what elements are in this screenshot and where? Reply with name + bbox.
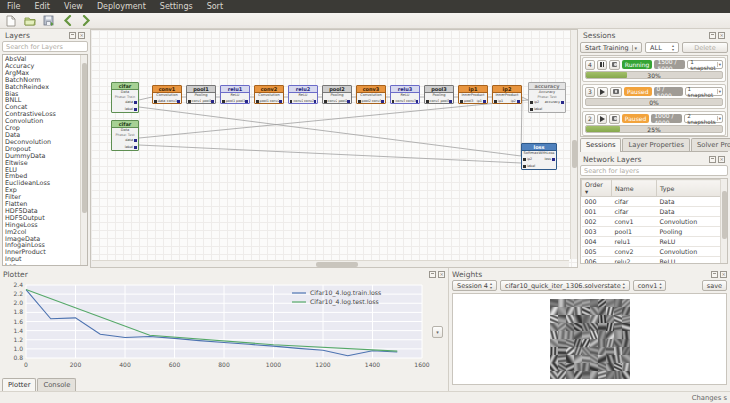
weights-save-button[interactable]: save (702, 280, 727, 291)
output-port[interactable] (314, 100, 316, 103)
session-id-button[interactable]: 4 (585, 60, 595, 70)
output-port[interactable] (279, 100, 282, 103)
tab-plotter[interactable]: Plotter (2, 378, 36, 392)
session-id-button[interactable]: 2 (585, 114, 595, 124)
session-snapshot-button[interactable] (609, 60, 620, 70)
open-project-button[interactable] (22, 14, 37, 27)
float-panel-icon[interactable] (69, 32, 76, 39)
tab-layer-properties[interactable]: Layer Properties (622, 138, 689, 151)
float-panel-icon[interactable] (709, 32, 716, 39)
output-port[interactable] (347, 100, 350, 103)
navigate-forward-button[interactable] (79, 14, 94, 27)
output-port[interactable] (134, 146, 137, 149)
session-snapshot-select[interactable]: 1 snapshot▾ (687, 60, 723, 69)
table-row[interactable]: 002conv1Convolution (582, 217, 727, 227)
menu-item-settings[interactable]: Settings (153, 1, 200, 12)
table-row[interactable]: 003pool1Pooling (582, 227, 727, 237)
weights-session-select[interactable]: Session 4 ▴▾ (452, 280, 497, 291)
network-layers-table[interactable]: Order ▾NameType000cifarData001cifarData0… (581, 179, 727, 264)
layer-list-item[interactable]: Eltwise (5, 160, 87, 167)
table-row[interactable]: 000cifarData (582, 197, 727, 207)
weights-snapshot-select[interactable]: cifar10_quick_iter_1306.solverstate ▴▾ (500, 280, 630, 291)
output-port[interactable] (134, 108, 137, 111)
output-port[interactable] (552, 158, 555, 161)
weights-layer-select[interactable]: conv1 ▴▾ (633, 280, 667, 291)
layer-list-item[interactable]: EuclideanLoss (5, 180, 87, 187)
float-panel-icon[interactable] (711, 271, 718, 278)
menu-item-edit[interactable]: Edit (27, 1, 57, 12)
column-header-name[interactable]: Name (612, 180, 657, 197)
graph-node-pool2[interactable]: pool2Poolingconv2pool2 (322, 85, 352, 104)
output-port[interactable] (381, 100, 384, 103)
session-play-button[interactable] (597, 87, 608, 97)
output-port[interactable] (561, 101, 564, 104)
canvas-vertical-scrollbar[interactable] (570, 30, 577, 259)
close-panel-icon[interactable]: × (438, 271, 445, 278)
float-panel-icon[interactable] (709, 156, 716, 163)
graph-node-relu2[interactable]: relu2ReLUconv2conv2 (288, 85, 318, 104)
graph-node-relu1[interactable]: relu1ReLUpool1pool1 (220, 85, 250, 104)
session-snapshot-select[interactable]: 1 snapshot▾ (685, 87, 723, 96)
graph-node-conv3[interactable]: conv3Convolutionpool2conv3 (356, 85, 386, 104)
table-row[interactable]: 001cifarData (582, 207, 727, 217)
session-snapshot-select[interactable]: 2 snapshots▾ (684, 114, 723, 123)
layers-list-scrollbar[interactable] (80, 55, 87, 265)
start-training-dropdown-arrow[interactable]: ▾ (632, 45, 638, 51)
output-port[interactable] (245, 100, 248, 103)
layer-list-item[interactable]: Input (5, 256, 87, 263)
close-panel-icon[interactable]: × (720, 271, 727, 278)
graph-node-ip1[interactable]: ip1InnerProductpool3ip1 (458, 85, 488, 104)
new-document-button[interactable] (3, 14, 18, 27)
graph-node-cifar[interactable]: cifarDataPhase: Testdatalabel (111, 120, 139, 151)
table-row[interactable]: 005conv2Convolution (582, 247, 727, 257)
network-layers-search-input[interactable] (580, 165, 728, 176)
canvas-horizontal-scrollbar[interactable] (92, 260, 569, 267)
output-port[interactable] (483, 100, 486, 103)
output-port[interactable] (134, 101, 137, 104)
menu-item-file[interactable]: File (0, 1, 27, 12)
menu-item-deployment[interactable]: Deployment (90, 1, 153, 12)
graph-node-conv1[interactable]: conv1Convolutiondataconv1 (152, 85, 182, 104)
session-play-button[interactable] (597, 114, 607, 124)
graph-node-relu3[interactable]: relu3ReLUconv3conv3 (390, 85, 420, 104)
session-filter-select[interactable]: ALL ▴▾ (645, 42, 679, 53)
network-graph-canvas[interactable]: cifarDataPhase: TraindatalabelcifarDataP… (90, 29, 578, 268)
session-snapshot-button[interactable] (610, 87, 622, 97)
column-header-order[interactable]: Order ▾ (582, 180, 612, 197)
menu-item-view[interactable]: View (57, 1, 90, 12)
session-pause-button[interactable] (597, 60, 607, 70)
graph-node-ip2[interactable]: ip2InnerProductip1ip2 (492, 85, 522, 104)
session-snapshot-button[interactable] (609, 114, 620, 124)
menu-item-sort[interactable]: Sort (200, 1, 230, 12)
close-panel-icon[interactable]: × (718, 156, 725, 163)
start-training-button[interactable]: Start Training ▾ (580, 42, 642, 53)
column-header-type[interactable]: Type (657, 180, 727, 197)
float-panel-icon[interactable] (429, 271, 436, 278)
graph-node-conv2[interactable]: conv2Convolutionpool1conv2 (254, 85, 284, 104)
output-port[interactable] (449, 100, 452, 103)
table-row[interactable]: 004relu1ReLU (582, 237, 727, 247)
plot-series-dropdown[interactable]: ▾ (432, 326, 443, 338)
layer-list-item[interactable]: Log (5, 263, 87, 266)
tab-sessions[interactable]: Sessions (580, 138, 621, 152)
graph-node-pool1[interactable]: pool1Poolingconv1pool1 (186, 85, 216, 104)
graph-node-pool3[interactable]: pool3Poolingconv3pool3 (424, 85, 454, 104)
table-row[interactable]: 006relu2ReLU (582, 257, 727, 265)
output-port[interactable] (517, 100, 520, 103)
table-scrollbar[interactable] (720, 179, 727, 263)
tab-solver-properties[interactable]: Solver Properties (691, 138, 730, 151)
output-port[interactable] (177, 100, 180, 103)
close-panel-icon[interactable]: × (78, 32, 85, 39)
output-port[interactable] (211, 100, 214, 103)
output-port[interactable] (416, 100, 418, 103)
graph-node-accuracy[interactable]: accuracyAccuracyPhase: Testip2accuracyla… (528, 82, 566, 113)
output-port[interactable] (134, 139, 137, 142)
graph-node-cifar[interactable]: cifarDataPhase: Traindatalabel (111, 82, 139, 113)
delete-session-button[interactable]: Delete (682, 42, 728, 53)
layers-search-input[interactable] (2, 41, 88, 52)
navigate-back-button[interactable] (60, 14, 75, 27)
save-project-button[interactable] (41, 14, 56, 27)
session-id-button[interactable]: 3 (585, 87, 595, 97)
close-panel-icon[interactable]: × (718, 32, 725, 39)
graph-node-loss[interactable]: lossSoftmaxWithLossip2losslabel (521, 143, 557, 170)
